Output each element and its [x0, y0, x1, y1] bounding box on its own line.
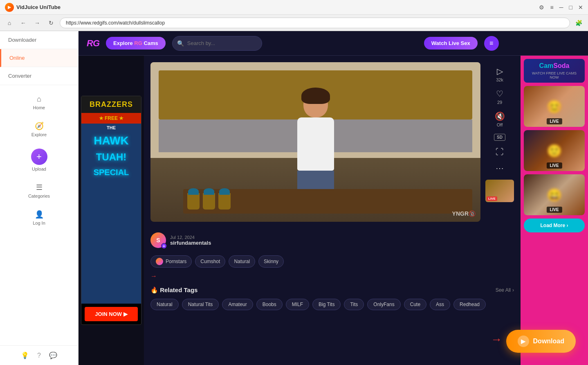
explore-icon: 🧭 — [35, 122, 44, 131]
video-controls-right: ▷ 32k ♡ 29 🔇 Off SD — [485, 62, 514, 222]
settings-icon[interactable]: ⚙ — [539, 4, 544, 11]
see-all-link[interactable]: See All › — [496, 287, 514, 293]
nav-upload[interactable]: + Upload — [0, 143, 78, 177]
tag-chip-amateur[interactable]: Amateur — [222, 299, 253, 310]
tag-natural[interactable]: Natural — [229, 255, 255, 268]
audio-control[interactable]: 🔇 Off — [495, 111, 505, 127]
ad-panel: BRAZZERS ★ FREE ★ THE HAWK TUAH! SPECIAL… — [79, 56, 144, 365]
sidebar-item-online[interactable]: Online — [0, 49, 78, 67]
feedback-icon[interactable]: 💬 — [49, 351, 57, 359]
related-thumb[interactable]: LIVE — [485, 180, 514, 202]
tag-chip-tits[interactable]: Tits — [344, 299, 364, 310]
explore-btn-label: Explore RG Cams — [113, 40, 158, 46]
app-title: VidJuice UniTube — [16, 4, 61, 10]
brazzers-ad[interactable]: BRAZZERS ★ FREE ★ THE HAWK TUAH! SPECIAL… — [81, 96, 141, 325]
upload-icon[interactable]: + — [31, 149, 47, 165]
avatar-follow-icon[interactable]: + — [161, 243, 167, 249]
person-head — [303, 91, 328, 117]
video-player-area: YNGR🔞 ▷ 32k ♡ 29 🔇 — [150, 62, 514, 222]
sidebar-item-downloader[interactable]: Downloader — [0, 31, 78, 49]
search-input[interactable] — [172, 36, 262, 51]
video-info-bar: S + Jul 12, 2024 sirfundamentals — [150, 228, 514, 252]
video-tags: Pornstars Cumshot Natural Skinny — [150, 252, 514, 271]
nav-login[interactable]: 👤 Log In — [0, 204, 78, 231]
tag-chip-big-tits[interactable]: Big Tits — [312, 299, 341, 310]
related-tags-section: 🔥 Related Tags See All › Natural Natural… — [150, 282, 514, 315]
titlebar: ▶ VidJuice UniTube ⚙ ≡ ─ □ ✕ — [0, 0, 588, 15]
app-logo: ▶ VidJuice UniTube — [5, 3, 61, 12]
views-count: 32k — [496, 77, 503, 82]
tag-pornstars[interactable]: Pornstars — [150, 255, 192, 268]
site-menu-button[interactable]: ≡ — [484, 36, 499, 51]
cam-card-1[interactable]: 😊 LIVE — [524, 86, 585, 127]
tag-chip-natural-tits[interactable]: Natural Tits — [182, 299, 219, 310]
views-icon: ▷ — [497, 66, 503, 76]
tag-chip-redhead[interactable]: Redhead — [453, 299, 486, 310]
quality-badge[interactable]: SD — [494, 134, 505, 141]
tag-chip-natural[interactable]: Natural — [150, 299, 179, 310]
live-label-2: LIVE — [546, 162, 562, 169]
load-more-button[interactable]: Load More › — [524, 219, 585, 232]
rg-content: BRAZZERS ★ FREE ★ THE HAWK TUAH! SPECIAL… — [79, 56, 588, 365]
menu-icon[interactable]: ≡ — [550, 4, 553, 11]
tag-chip-milf[interactable]: MILF — [286, 299, 309, 310]
ad-headline1: HAWK — [81, 132, 141, 150]
forward-button[interactable]: → — [32, 18, 43, 28]
more-icon: ⋯ — [496, 163, 504, 173]
website-area: RG Explore RG Cams 🔍 Watch Live Sex ≡ BR… — [79, 31, 588, 365]
camsoda-header: CamSoda WATCH FREE LIVE CAMS NOW — [524, 59, 585, 83]
download-arrow: → — [491, 333, 502, 346]
main-layout: Downloader Online Converter ⌂ Home 🧭 Exp… — [0, 31, 588, 365]
maximize-button[interactable]: □ — [569, 4, 572, 11]
more-control[interactable]: ⋯ — [496, 163, 504, 173]
ad-article: THE — [81, 124, 141, 132]
search-icon: 🔍 — [177, 40, 184, 47]
close-button[interactable]: ✕ — [578, 4, 583, 11]
watch-live-button[interactable]: Watch Live Sex — [424, 37, 478, 50]
back-button[interactable]: ← — [18, 18, 29, 28]
ad-headline2: TUAH! — [81, 150, 141, 164]
fullscreen-icon: ⛶ — [496, 147, 504, 157]
home-icon: ⌂ — [37, 95, 41, 104]
video-watermark: YNGR🔞 — [452, 210, 476, 217]
video-section: YNGR🔞 ▷ 32k ♡ 29 🔇 — [144, 56, 521, 365]
channel-avatar: S + — [150, 232, 166, 248]
sidebar-nav: ⌂ Home 🧭 Explore + Upload ☰ Categories 👤… — [0, 85, 78, 345]
cam-card-3[interactable]: 😄 LIVE — [524, 174, 585, 215]
tag-avatar — [156, 258, 163, 265]
person-hair — [301, 88, 330, 104]
extension-button[interactable]: 🧩 — [573, 18, 584, 28]
download-button[interactable]: ▶ Download — [506, 330, 576, 353]
tag-chip-boobs[interactable]: Boobs — [256, 299, 283, 310]
tag-chip-cute[interactable]: Cute — [404, 299, 426, 310]
tag-skinny[interactable]: Skinny — [258, 255, 284, 268]
sidebar-footer: 💡 ? 💬 — [0, 345, 78, 365]
nav-explore[interactable]: 🧭 Explore — [0, 116, 78, 143]
url-bar[interactable] — [60, 18, 570, 28]
nav-home[interactable]: ⌂ Home — [0, 89, 78, 116]
nav-categories[interactable]: ☰ Categories — [0, 177, 78, 204]
rg-header: RG Explore RG Cams 🔍 Watch Live Sex ≡ — [79, 31, 588, 56]
sidebar-item-converter[interactable]: Converter — [0, 67, 78, 85]
quality-control[interactable]: SD — [494, 134, 505, 141]
tag-cumshot[interactable]: Cumshot — [195, 255, 225, 268]
live-badge: LIVE — [487, 196, 497, 201]
minimize-button[interactable]: ─ — [559, 4, 563, 11]
cam-card-2[interactable]: 🙂 LIVE — [524, 130, 585, 171]
video-channel[interactable]: sirfundamentals — [170, 240, 514, 246]
reload-button[interactable]: ↻ — [46, 18, 56, 28]
explore-cams-button[interactable]: Explore RG Cams — [106, 37, 166, 50]
tag-chip-ass[interactable]: Ass — [430, 299, 450, 310]
live-label-3: LIVE — [546, 207, 562, 213]
browser-toolbar: ⌂ ← → ↻ 🧩 — [0, 15, 588, 31]
cupcakes-area — [183, 189, 472, 214]
help-icon[interactable]: ? — [37, 352, 41, 359]
theme-icon[interactable]: 💡 — [21, 351, 29, 359]
video-player[interactable]: YNGR🔞 — [150, 62, 480, 222]
camsoda-tagline: WATCH FREE LIVE CAMS NOW — [527, 71, 581, 79]
tag-chip-onlyfans[interactable]: OnlyFans — [367, 299, 400, 310]
likes-control[interactable]: ♡ 29 — [496, 89, 503, 105]
ad-cta-button[interactable]: JOIN NOW ▶ — [85, 307, 138, 321]
home-button[interactable]: ⌂ — [4, 18, 15, 28]
fullscreen-control[interactable]: ⛶ — [496, 147, 504, 157]
